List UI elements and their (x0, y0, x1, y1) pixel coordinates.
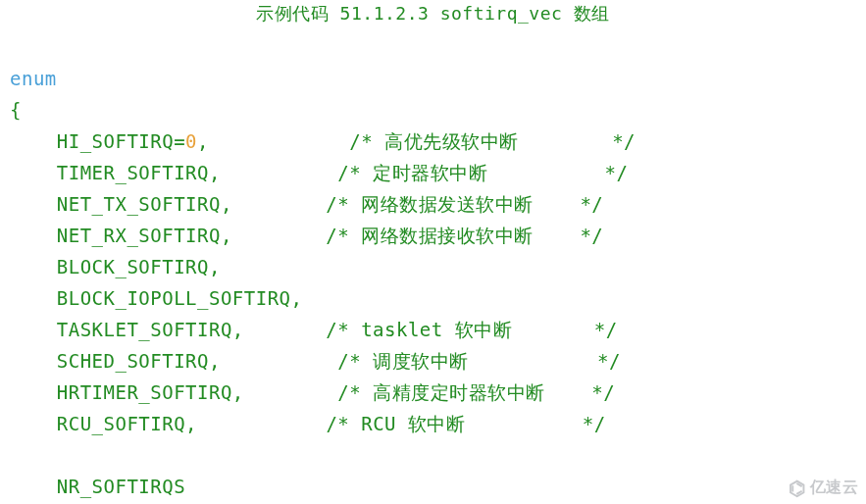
brace-open: { (10, 99, 22, 121)
enum-timer: TIMER_SOFTIRQ, /* 定时器软中断 */ (10, 162, 628, 183)
code-title: 示例代码 51.1.2.3 softirq_vec 数组 (0, 0, 866, 31)
keyword-enum: enum (10, 68, 57, 89)
watermark-logo: ⌬ 亿速云 (789, 478, 858, 498)
enum-net-rx: NET_RX_SOFTIRQ, /* 网络数据接收软中断 */ (10, 225, 603, 246)
code-block: enum { HI_SOFTIRQ=0, /* 高优先级软中断 */ TIMER… (0, 31, 866, 504)
enum-block-iopoll: BLOCK_IOPOLL_SOFTIRQ, (10, 287, 302, 309)
enum-nr: NR_SOFTIRQS (10, 476, 185, 497)
enum-tasklet: TASKLET_SOFTIRQ, /* tasklet 软中断 */ (10, 319, 618, 340)
watermark-icon: ⌬ (789, 479, 806, 498)
enum-hi: HI_SOFTIRQ=0, /* 高优先级软中断 */ (10, 130, 636, 152)
enum-sched: SCHED_SOFTIRQ, /* 调度软中断 */ (10, 350, 621, 372)
enum-hrtimer: HRTIMER_SOFTIRQ, /* 高精度定时器软中断 */ (10, 381, 615, 403)
enum-net-tx: NET_TX_SOFTIRQ, /* 网络数据发送软中断 */ (10, 193, 603, 215)
enum-rcu: RCU_SOFTIRQ, /* RCU 软中断 */ (10, 413, 606, 434)
watermark-text: 亿速云 (810, 478, 859, 498)
enum-block: BLOCK_SOFTIRQ, (10, 256, 221, 277)
